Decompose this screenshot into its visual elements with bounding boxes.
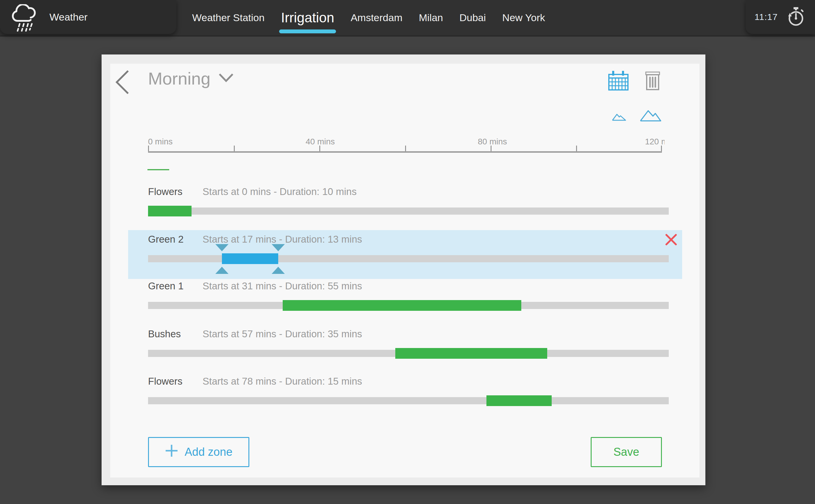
remove-zone-button[interactable]: [665, 233, 677, 246]
zone-timeline-bar: [148, 280, 669, 322]
zone-timeline-bar: [148, 234, 669, 275]
ruler-labels: 0 mins 40 mins 80 mins 120 mins: [148, 137, 665, 146]
ruler-label-40: 40 mins: [305, 137, 335, 146]
save-button[interactable]: Save: [591, 437, 662, 467]
zone-track[interactable]: [148, 207, 669, 215]
nav-item-amsterdam[interactable]: Amsterdam: [350, 0, 402, 35]
active-tab-underline: [279, 29, 336, 33]
rain-cloud-icon: [11, 4, 37, 33]
nav-label: Weather Station: [192, 12, 264, 24]
save-label: Save: [613, 446, 639, 458]
delete-schedule-button[interactable]: [645, 71, 660, 90]
zone-timeline-bar: [148, 328, 669, 370]
back-chevron-icon: [114, 90, 130, 96]
zone-timeline-bar: [148, 376, 669, 417]
nav-label: Dubai: [459, 12, 486, 24]
brand-label: Weather: [49, 0, 88, 34]
close-icon: [665, 242, 677, 247]
clock-box[interactable]: 11:17: [746, 0, 815, 34]
schedule-title: Morning: [148, 68, 211, 88]
ruler-label-120: 120 mins: [645, 137, 665, 146]
nav-item-dubai[interactable]: Dubai: [459, 0, 486, 35]
stopwatch-icon: [787, 7, 805, 28]
nav-label: Milan: [419, 12, 443, 24]
nav-label: Irrigation: [281, 10, 334, 26]
calendar-icon: [608, 87, 629, 92]
trash-icon: [645, 86, 660, 91]
nav-label: New York: [502, 12, 545, 24]
segment-start-handle-top[interactable]: [215, 244, 228, 251]
app-window: Weather Station Irrigation Amsterdam Mil…: [0, 0, 815, 504]
nav-item-irrigation[interactable]: Irrigation: [281, 0, 334, 35]
nav-label: Amsterdam: [350, 12, 402, 24]
brand-box[interactable]: Weather: [0, 0, 176, 34]
nav-item-milan[interactable]: Milan: [419, 0, 443, 35]
ruler-label-80: 80 mins: [478, 137, 507, 146]
top-bar: Weather Station Irrigation Amsterdam Mil…: [0, 0, 815, 37]
segment-end-handle-bottom[interactable]: [272, 267, 285, 274]
ruler-baseline: [148, 151, 662, 153]
back-button[interactable]: [114, 70, 133, 97]
irrigation-panel: Morning: [102, 54, 705, 485]
zone-timeline-bar: [148, 186, 669, 228]
plus-icon: [165, 444, 178, 460]
zone-track[interactable]: [148, 397, 669, 404]
zone-segment-selected[interactable]: [222, 253, 278, 264]
timeline-zoom-out-button[interactable]: [612, 113, 626, 121]
zone-segment[interactable]: [487, 395, 552, 406]
segment-end-handle-top[interactable]: [272, 244, 285, 251]
small-mountain-icon: [612, 117, 626, 122]
zone-segment[interactable]: [283, 300, 521, 311]
add-zone-label: Add zone: [185, 446, 233, 458]
large-mountain-icon: [640, 117, 661, 122]
nav-item-weather-station[interactable]: Weather Station: [192, 0, 264, 35]
chevron-down-icon: [218, 73, 234, 84]
schedule-calendar-button[interactable]: [608, 71, 629, 91]
timeline-zoom-in-button[interactable]: [640, 110, 661, 122]
main-nav: Weather Station Irrigation Amsterdam Mil…: [192, 0, 545, 35]
clock-time: 11:17: [755, 0, 778, 34]
add-zone-button[interactable]: Add zone: [148, 437, 249, 467]
zone-row-green-2-selected[interactable]: Green 2 Starts at 17 mins - Duration: 13…: [148, 234, 669, 275]
zone-row-green-1[interactable]: Green 1 Starts at 31 mins - Duration: 55…: [148, 280, 669, 322]
timeline-scroll-indicator: [147, 169, 169, 170]
segment-start-handle-bottom[interactable]: [215, 267, 228, 274]
schedule-dropdown[interactable]: Morning: [148, 65, 234, 91]
zone-segment[interactable]: [148, 206, 191, 216]
zone-row-flowers-1[interactable]: Flowers Starts at 0 mins - Duration: 10 …: [148, 186, 669, 228]
schedule-card: Morning: [110, 64, 699, 478]
zone-row-bushes[interactable]: Bushes Starts at 57 mins - Duration: 35 …: [148, 328, 669, 370]
zone-segment[interactable]: [395, 348, 547, 359]
ruler-label-0: 0 mins: [148, 137, 172, 146]
timeline-ruler: 0 mins 40 mins 80 mins 120 mins: [148, 137, 662, 155]
zone-row-flowers-2[interactable]: Flowers Starts at 78 mins - Duration: 15…: [148, 376, 669, 417]
nav-item-new-york[interactable]: New York: [502, 0, 545, 35]
